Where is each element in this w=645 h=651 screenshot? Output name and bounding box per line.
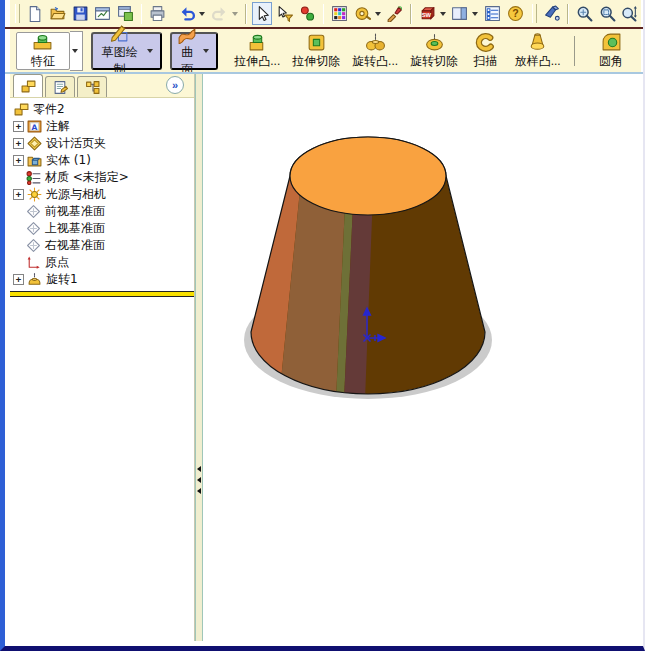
feature-manager-panel: » 零件2 + A 注解 + 设计活页夹 + 实体 (1): [10, 74, 195, 641]
tree-item-solid-bodies[interactable]: + 实体 (1): [10, 152, 194, 169]
flashlight-icon: [544, 5, 561, 22]
zoom-in-out-button[interactable]: [620, 2, 641, 25]
select-button[interactable]: [252, 2, 273, 25]
traffic-light-icon: [299, 5, 316, 22]
tree-item-right-plane[interactable]: 右视基准面: [10, 237, 194, 254]
features-dropdown[interactable]: [70, 31, 83, 71]
graphics-viewport[interactable]: [203, 74, 641, 641]
toolbar-grip[interactable]: [532, 4, 537, 23]
task-pane-icon: [451, 5, 468, 22]
tab-propertymanager[interactable]: [45, 76, 75, 97]
expand-toggle[interactable]: +: [13, 274, 24, 285]
sweep-icon: [475, 32, 496, 53]
expand-toggle[interactable]: +: [13, 121, 24, 132]
appearance-button[interactable]: [385, 2, 406, 25]
measure-dropdown-caret[interactable]: [375, 12, 381, 16]
tree-root-part[interactable]: 零件2: [10, 101, 194, 118]
toolbar-separator: [245, 4, 247, 24]
toolbar-grip[interactable]: [15, 4, 20, 23]
print-button[interactable]: [147, 2, 168, 25]
tab-configurationmanager[interactable]: [77, 76, 107, 97]
extruded-cut-button[interactable]: 拉伸切除: [287, 31, 346, 71]
tree-item-top-plane[interactable]: 上视基准面: [10, 220, 194, 237]
make-drawing-from-part-button[interactable]: [92, 2, 113, 25]
expand-toggle[interactable]: +: [13, 155, 24, 166]
solidworks-cube-icon: SW: [419, 5, 436, 22]
zoom-to-area-button[interactable]: [597, 2, 618, 25]
expand-toggle[interactable]: +: [13, 138, 24, 149]
zoom-area-icon: [599, 5, 616, 22]
toolbar-separator: [574, 36, 575, 66]
svg-text:A: A: [32, 123, 38, 132]
revolved-cone-model[interactable]: [235, 118, 517, 420]
lofted-boss-icon: [527, 32, 548, 53]
application-window: SW ? 特征 草图绘制 曲面: [0, 0, 645, 651]
undo-dropdown-caret[interactable]: [199, 12, 205, 16]
save-button[interactable]: [70, 2, 91, 25]
cone-top-face[interactable]: [290, 137, 446, 215]
zoom-to-fit-button[interactable]: [574, 2, 595, 25]
redo-icon: [211, 5, 228, 22]
view-orientation-button[interactable]: [542, 2, 563, 25]
sweep-button[interactable]: 扫描: [464, 31, 508, 71]
panel-splitter[interactable]: [195, 74, 203, 641]
revolved-boss-button[interactable]: 旋转凸...: [346, 31, 405, 71]
open-button[interactable]: [47, 2, 68, 25]
tree-item-design-binder[interactable]: + 设计活页夹: [10, 135, 194, 152]
solidworks-resources-button[interactable]: SW: [417, 2, 438, 25]
toolbar-separator: [410, 4, 412, 24]
tree-item-lights-cameras[interactable]: + 光源与相机: [10, 186, 194, 203]
undo-button[interactable]: [177, 2, 198, 25]
tree-item-material[interactable]: 材质 <未指定>: [10, 169, 194, 186]
redo-dropdown-caret[interactable]: [232, 12, 238, 16]
revolved-cut-button[interactable]: 旋转切除: [405, 31, 464, 71]
zoom-in-out-icon: [621, 5, 638, 22]
help-button[interactable]: ?: [505, 2, 526, 25]
new-document-icon: [26, 5, 43, 22]
tab-featuremanager[interactable]: [13, 74, 43, 97]
expand-toggle[interactable]: +: [13, 189, 24, 200]
plane-icon: [26, 238, 41, 253]
options-button[interactable]: [482, 2, 503, 25]
plane-icon: [26, 204, 41, 219]
material-icon: [26, 170, 41, 185]
propertymanager-tab-icon: [53, 80, 68, 95]
task-pane-dropdown-caret[interactable]: [472, 12, 478, 16]
sketch-icon: [109, 23, 130, 44]
svg-text:?: ?: [512, 7, 518, 19]
fillet-button[interactable]: 圆角: [581, 31, 641, 71]
tree-item-front-plane[interactable]: 前视基准面: [10, 203, 194, 220]
measure-button[interactable]: [352, 2, 373, 25]
task-pane-button[interactable]: [450, 2, 471, 25]
rollback-bar[interactable]: [10, 291, 194, 297]
edit-color-button[interactable]: [329, 2, 350, 25]
panel-expand-chevrons-button[interactable]: »: [166, 76, 184, 94]
extruded-boss-button[interactable]: 拉伸凸...: [228, 31, 287, 71]
resources-dropdown-caret[interactable]: [440, 12, 446, 16]
configurationmanager-tab-icon: [85, 80, 100, 95]
splitter-collapse-arrow: [197, 466, 201, 472]
selection-filter-toggle-button[interactable]: [297, 2, 318, 25]
extruded-cut-icon: [306, 32, 327, 53]
color-palette-icon: [331, 5, 348, 22]
toolbar-separator: [141, 4, 143, 24]
make-assembly-from-part-button[interactable]: [115, 2, 136, 25]
redo-button[interactable]: [209, 2, 230, 25]
plane-icon: [26, 221, 41, 236]
features-tab-button[interactable]: 特征: [16, 32, 70, 70]
tree-item-origin[interactable]: 原点: [10, 254, 194, 271]
lights-cameras-icon: [27, 187, 42, 202]
surfaces-dropdown-caret[interactable]: [203, 49, 209, 53]
design-binder-icon: [27, 136, 42, 151]
select-filter-button[interactable]: [274, 2, 295, 25]
sketch-tab-button[interactable]: 草图绘制: [91, 32, 162, 70]
lofted-boss-button[interactable]: 放样凸...: [507, 31, 568, 71]
toolbar-separator: [567, 4, 569, 24]
new-document-button[interactable]: [25, 2, 46, 25]
splitter-collapse-arrow: [197, 477, 201, 483]
tree-item-revolve1[interactable]: + 旋转1: [10, 271, 194, 288]
sketch-dropdown-caret[interactable]: [147, 49, 153, 53]
tree-item-annotations[interactable]: + A 注解: [10, 118, 194, 135]
help-question-icon: ?: [507, 5, 524, 22]
surfaces-tab-button[interactable]: 曲面: [170, 32, 218, 70]
